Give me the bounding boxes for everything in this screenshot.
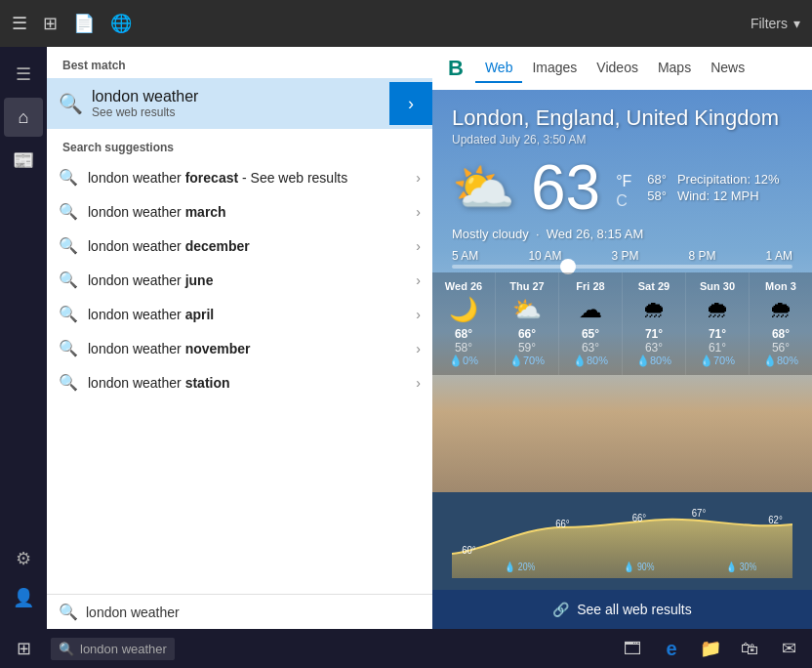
sidebar-bottom: ⚙ 👤 xyxy=(4,539,43,617)
grid-icon[interactable]: ⊞ xyxy=(43,13,58,34)
temp-chart-svg: 60° 66° 66° 67° 62° 💧 20% 💧 90% 💧 30% xyxy=(452,500,792,578)
tab-news[interactable]: News xyxy=(701,54,754,83)
weather-description: Mostly cloudy · Wed 26, 8:15 AM xyxy=(452,227,792,241)
forecast-lo: 56° xyxy=(772,341,790,355)
taskbar-search-icon: 🔍 xyxy=(59,642,74,656)
forecast-lo: 63° xyxy=(582,341,599,355)
see-all-label: See all web results xyxy=(577,602,692,617)
bing-tabs: WebImagesVideosMapsNews xyxy=(475,54,754,83)
weather-lo: 58° Wind: 12 MPH xyxy=(647,188,779,203)
sidebar-item-account[interactable]: 👤 xyxy=(4,578,43,617)
weather-temp: 63 xyxy=(531,156,600,219)
suggestion-text: london weather june xyxy=(88,272,416,288)
svg-text:66°: 66° xyxy=(632,512,647,523)
sidebar-item-menu[interactable]: ☰ xyxy=(4,55,43,94)
taskbar-search-value: london weather xyxy=(80,642,167,656)
tab-maps[interactable]: Maps xyxy=(648,54,701,83)
chevron-down-icon: ▾ xyxy=(793,16,800,31)
forecast-lo: 63° xyxy=(645,341,663,355)
suggestion-item[interactable]: 🔍 london weather station › xyxy=(47,365,432,399)
best-match-item[interactable]: 🔍 london weather See web results › xyxy=(47,78,432,129)
bottom-taskbar: ⊞ 🔍 london weather 🗔 e 📁 🛍 ✉ xyxy=(0,629,812,668)
forecast-lo: 58° xyxy=(455,341,472,355)
tab-videos[interactable]: Videos xyxy=(587,54,648,83)
time-slider-bar[interactable] xyxy=(452,265,792,269)
suggestion-item[interactable]: 🔍 london weather forecast - See web resu… xyxy=(47,160,432,194)
document-icon[interactable]: 📄 xyxy=(73,13,95,34)
bing-header: B WebImagesVideosMapsNews xyxy=(432,47,812,90)
suggestion-arrow-icon: › xyxy=(416,238,421,254)
forecast-day: Fri 28 xyxy=(576,280,604,292)
svg-text:62°: 62° xyxy=(768,514,783,525)
suggestion-item[interactable]: 🔍 london weather november › xyxy=(47,331,432,365)
suggestion-search-icon: 🔍 xyxy=(59,373,78,392)
suggestion-text: london weather april xyxy=(88,307,416,322)
weather-location: London, England, United Kingdom xyxy=(452,105,792,131)
sidebar-item-home[interactable]: ⌂ xyxy=(4,98,43,137)
suggestion-search-icon: 🔍 xyxy=(59,236,78,255)
forecast-cell[interactable]: Fri 28 ☁ 65° 63° 💧80% xyxy=(559,272,623,375)
sidebar-item-settings[interactable]: ⚙ xyxy=(4,539,43,578)
forecast-day: Sun 30 xyxy=(700,280,735,292)
taskbar-explorer[interactable]: 📁 xyxy=(695,633,726,664)
hamburger-icon[interactable]: ☰ xyxy=(12,13,27,34)
forecast-cell[interactable]: Mon 3 🌧 68° 56° 💧80% › xyxy=(750,272,812,375)
forecast-day: Wed 26 xyxy=(445,280,482,292)
svg-text:💧 30%: 💧 30% xyxy=(726,561,756,573)
weather-content: London, England, United Kingdom Updated … xyxy=(432,90,812,492)
search-panel: Best match 🔍 london weather See web resu… xyxy=(47,47,432,629)
forecast-precip: 💧70% xyxy=(700,355,735,367)
forecast-lo: 61° xyxy=(709,341,726,355)
best-match-arrow[interactable]: › xyxy=(389,82,432,125)
suggestion-item[interactable]: 🔍 london weather march › xyxy=(47,194,432,229)
forecast-day: Thu 27 xyxy=(509,280,544,292)
taskbar-mail[interactable]: ✉ xyxy=(773,633,804,664)
taskbar-store[interactable]: 🛍 xyxy=(734,633,765,664)
suggestion-arrow-icon: › xyxy=(416,272,421,288)
forecast-day: Mon 3 xyxy=(765,280,796,292)
forecast-cell[interactable]: Wed 26 🌙 68° 58° 💧0% xyxy=(432,272,496,375)
globe-icon[interactable]: 🌐 xyxy=(110,13,132,34)
forecast-precip: 💧70% xyxy=(509,355,545,367)
time-label: 10 AM xyxy=(528,249,561,263)
best-match-subtitle: See web results xyxy=(92,105,382,119)
suggestion-arrow-icon: › xyxy=(416,204,421,220)
see-all-results-button[interactable]: 🔗 See all web results xyxy=(432,590,812,629)
svg-text:67°: 67° xyxy=(692,507,707,519)
svg-text:60°: 60° xyxy=(462,544,476,556)
weather-panel: B WebImagesVideosMapsNews London, Englan… xyxy=(432,47,812,629)
sidebar: ☰ ⌂ 📰 ⚙ 👤 xyxy=(0,47,47,629)
celsius-unit[interactable]: C xyxy=(616,192,631,210)
taskbar-task-view[interactable]: 🗔 xyxy=(617,633,648,664)
suggestion-search-icon: 🔍 xyxy=(59,271,78,289)
suggestion-search-icon: 🔍 xyxy=(59,168,78,187)
wind: Wind: 12 MPH xyxy=(677,188,759,203)
forecast-cell[interactable]: Thu 27 ⛅ 66° 59° 💧70% xyxy=(496,272,559,375)
svg-text:💧 20%: 💧 20% xyxy=(505,561,535,573)
forecast-cell[interactable]: Sat 29 🌧 71° 63° 💧80% xyxy=(623,272,686,375)
forecast-cell[interactable]: Sun 30 🌧 71° 61° 💧70% xyxy=(686,272,750,375)
best-match-header: Best match xyxy=(47,47,432,78)
forecast-icon: 🌙 xyxy=(449,296,478,323)
forecast-icon: 🌧 xyxy=(769,296,792,323)
suggestion-item[interactable]: 🔍 london weather june › xyxy=(47,263,432,297)
time-label: 3 PM xyxy=(611,249,638,263)
suggestion-arrow-icon: › xyxy=(416,307,421,322)
taskbar-edge[interactable]: e xyxy=(656,633,687,664)
suggestion-item[interactable]: 🔍 london weather december › xyxy=(47,229,432,263)
time-slider-labels: 5 AM10 AM3 PM8 PM1 AM xyxy=(452,249,792,263)
tab-images[interactable]: Images xyxy=(522,54,587,83)
start-button[interactable]: ⊞ xyxy=(8,633,39,664)
search-input[interactable] xyxy=(86,605,421,620)
suggestion-search-icon: 🔍 xyxy=(59,305,78,323)
lo-temp: 58° xyxy=(647,188,667,203)
svg-text:66°: 66° xyxy=(555,518,570,529)
tab-web[interactable]: Web xyxy=(475,54,523,83)
sidebar-item-news[interactable]: 📰 xyxy=(4,141,43,180)
weather-details: 68° Precipitation: 12% 58° Wind: 12 MPH xyxy=(647,172,779,203)
svg-text:💧 90%: 💧 90% xyxy=(624,561,654,573)
fahrenheit-unit[interactable]: °F xyxy=(616,173,631,190)
suggestion-item[interactable]: 🔍 london weather april › xyxy=(47,297,432,331)
filters-button[interactable]: Filters ▾ xyxy=(751,16,800,31)
forecast-precip: 💧80% xyxy=(763,355,798,367)
